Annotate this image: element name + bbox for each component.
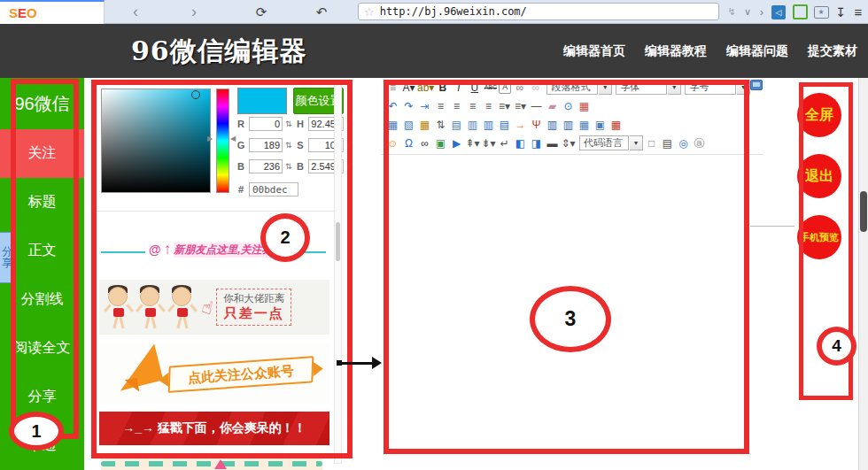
screenshot-icon[interactable] [791,0,809,24]
chevron-right-icon[interactable]: › [756,0,768,24]
table-preview-icon[interactable]: ▧ [401,117,416,132]
template-follow-line[interactable]: @ ↑ 新朋友点这里,关注我们! [99,218,329,273]
stepper-icon[interactable]: ⇅ [285,119,292,128]
word-wrap-icon[interactable]: ↵ [497,135,512,150]
spacing-bottom-icon[interactable]: ⇟▾ [481,135,496,150]
stepper-icon[interactable]: ⇅ [285,162,292,171]
font-size-dropdown[interactable]: 字号 [685,80,736,95]
nav-link[interactable]: 提交素材 [808,43,857,59]
find-replace-icon[interactable]: ∞ [417,135,432,150]
header-row-icon[interactable]: ▤ [449,117,464,132]
image-icon[interactable]: ▣ [433,135,448,150]
chevron-down-icon[interactable]: ∨ [740,0,755,24]
italic-icon[interactable]: I [451,80,466,95]
refresh-icon[interactable]: ⟳ [252,0,271,24]
print-icon[interactable]: ▤ [660,135,675,150]
paragraph-format-dropdown-arrow-icon[interactable]: ▾ [599,80,612,95]
code-language-dropdown-arrow-icon[interactable]: ▾ [630,135,643,150]
line-height-icon[interactable]: ⇕▾ [561,135,576,150]
indent-icon[interactable]: ⇥ [417,98,432,113]
sidebar-item[interactable]: 关注 [0,129,84,178]
align-center-icon[interactable]: ≡ [465,98,480,113]
sort-table-icon[interactable]: ⇅ [433,117,448,132]
spacing-top-icon[interactable]: ⇞▾ [465,135,480,150]
autotypeset-icon[interactable]: A [499,81,511,94]
code-language-dropdown[interactable]: 代码语言 [579,135,629,150]
date-icon[interactable]: ▦ [577,98,592,113]
new-document-icon[interactable]: □ [644,135,659,150]
redo-icon[interactable]: ↷ [401,98,416,113]
column-right-icon[interactable]: ▥ [561,117,576,132]
merge-cells-icon[interactable]: → [513,117,528,132]
font-size-dropdown-arrow-icon[interactable]: ▾ [737,80,750,95]
nav-link[interactable]: 编辑器问题 [726,43,788,59]
saturation-value-square[interactable] [101,89,211,193]
forward-icon[interactable]: › [184,0,204,24]
anchor-icon[interactable]: ⓐ [692,135,707,150]
ordered-list-icon[interactable]: ≡▾ [497,98,512,113]
insert-table-icon[interactable]: ▦ [385,117,400,132]
download-icon[interactable]: ↧ [833,0,848,24]
hex-input[interactable]: 00bdec [249,182,298,196]
stepper-icon[interactable]: ⇅ [346,162,353,171]
strikethrough-icon[interactable]: ABC [483,80,498,95]
floating-button-2[interactable]: 退出 [797,154,841,198]
undo-icon[interactable]: ↶ [385,98,400,113]
delete-table-icon[interactable]: ▦ [608,117,624,132]
url-bar[interactable]: ☆ http://bj.96weixin.com/ [358,3,719,20]
horizontal-rule-icon[interactable]: — [529,98,544,113]
font-family-dropdown[interactable]: 字体 [616,80,667,95]
site-logo[interactable]: 96微信编辑器 [131,34,307,70]
stepper-icon[interactable]: ⇅ [285,141,292,150]
page-scrollbar[interactable] [858,78,868,470]
column-left-icon[interactable]: ▥ [545,117,560,132]
sidebar-item[interactable]: 卡通 [0,421,84,470]
insert-frame-icon[interactable]: ◧ [513,135,528,150]
float-left-icon[interactable]: ◨ [529,135,544,150]
bookmark-star-icon[interactable]: ☆ [364,6,375,18]
special-char-icon[interactable]: Ω [401,135,416,150]
color-marker[interactable] [191,90,200,99]
time-icon[interactable]: ⊙ [561,98,576,113]
sidebar-brand[interactable]: 96微信 [0,78,84,129]
clear-format-icon[interactable]: ▬ [545,135,560,150]
nav-link[interactable]: 编辑器首页 [563,43,625,59]
font-family-dropdown-arrow-icon[interactable]: ▾ [668,80,681,95]
video-icon[interactable]: ▶ [449,135,464,150]
panel-scrollbar-thumb[interactable] [336,222,340,261]
align-justify-icon[interactable]: ≡ [481,98,496,113]
bookmark-folder-icon[interactable]: ★ [812,0,830,24]
panel-scrollbar[interactable] [334,83,342,464]
insert-column-left-icon[interactable]: ▥ [465,117,480,132]
sidebar-item[interactable]: 分享 [0,373,84,421]
unlink-icon[interactable]: ∞ [528,80,543,95]
field-input[interactable]: 0 [249,117,283,131]
undo-navigation-icon[interactable]: ↶ [312,0,331,24]
eraser-icon[interactable]: ▰ [545,98,560,113]
template-paper-plane[interactable]: 点此关注公众账号 [99,343,329,404]
highlight-color-icon[interactable]: ab▾ [417,80,434,95]
template-cartoon-figures[interactable]: ☝ 你和大佬距离 只差一点 [99,280,329,335]
source-icon[interactable]: ≡ [385,80,400,95]
template-red-banner[interactable]: →_→ 猛戳下面，你会爽呆的！！ [99,412,329,445]
hue-arrow-left-icon[interactable]: ▶ [207,135,213,143]
emoticon-icon[interactable]: ☺ [385,135,400,150]
split-cell-icon[interactable]: Ψ [529,117,544,132]
menu-icon[interactable]: ≡ [850,0,866,24]
link-icon[interactable]: ∞ [512,80,527,95]
editor-fullscreen-icon[interactable] [750,80,763,90]
editor-area[interactable]: ≡A▾ab▾BIUABCA∞∞段落格式▾字体▾字号▾↶↷⇥≡≡≡≡≡▾≡▾—▰⊙… [381,78,763,470]
align-left-icon[interactable]: ≡ [433,98,448,113]
align-right-icon[interactable]: ≡ [449,98,464,113]
bold-icon[interactable]: B [435,80,450,95]
floating-button-3[interactable]: 手机预览 [797,215,841,259]
field-input[interactable]: 189 [249,138,283,152]
table-properties-icon[interactable]: ▦ [417,117,432,132]
paragraph-format-dropdown[interactable]: 段落格式 [546,80,598,95]
unordered-list-icon[interactable]: ≡▾ [513,98,528,113]
template-bunting-partial[interactable] [101,458,322,470]
underline-icon[interactable]: U [467,80,482,95]
back-icon[interactable]: ‹ [126,0,145,24]
browser-tab[interactable]: S E O [0,0,105,24]
stepper-icon[interactable]: ⇅ [346,141,353,150]
